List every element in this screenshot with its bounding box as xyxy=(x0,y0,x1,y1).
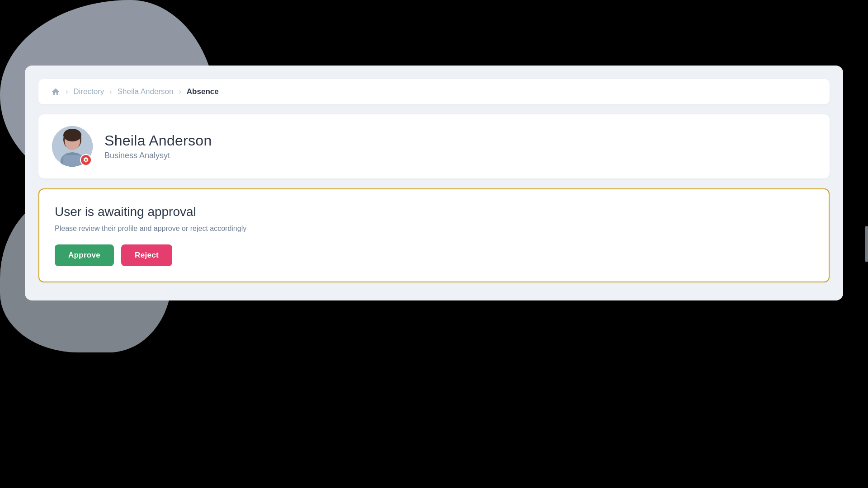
breadcrumb-current: Absence xyxy=(187,87,219,96)
breadcrumb-directory[interactable]: Directory xyxy=(73,87,104,96)
breadcrumb-bar: › Directory › Sheila Anderson › Absence xyxy=(38,79,830,104)
breadcrumb-separator-1: › xyxy=(66,88,68,96)
scrollbar[interactable] xyxy=(865,226,868,262)
profile-card: Sheila Anderson Business Analysyt xyxy=(38,114,830,178)
svg-point-3 xyxy=(63,129,81,141)
main-content-panel: › Directory › Sheila Anderson › Absence xyxy=(25,66,843,300)
camera-icon[interactable] xyxy=(80,154,92,166)
profile-job-title: Business Analysyt xyxy=(104,151,212,160)
reject-button[interactable]: Reject xyxy=(121,244,172,266)
profile-name: Sheila Anderson xyxy=(104,132,212,149)
breadcrumb-separator-2: › xyxy=(109,88,112,96)
profile-info: Sheila Anderson Business Analysyt xyxy=(104,132,212,160)
approval-card: User is awaiting approval Please review … xyxy=(38,188,830,282)
approval-actions: Approve Reject xyxy=(55,244,813,266)
avatar-wrapper xyxy=(52,126,93,167)
approval-title: User is awaiting approval xyxy=(55,205,813,219)
breadcrumb-separator-3: › xyxy=(179,88,181,96)
approval-subtitle: Please review their profile and approve … xyxy=(55,225,813,233)
home-icon[interactable] xyxy=(51,87,60,96)
svg-rect-5 xyxy=(63,155,82,167)
approve-button[interactable]: Approve xyxy=(55,244,114,266)
breadcrumb-person[interactable]: Sheila Anderson xyxy=(118,87,174,96)
